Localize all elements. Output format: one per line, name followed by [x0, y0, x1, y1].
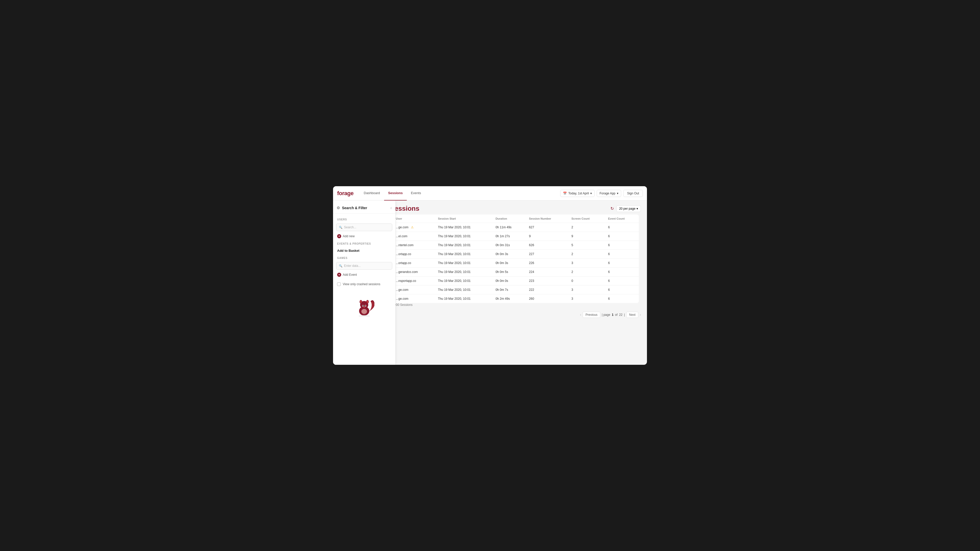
svg-point-12 [359, 315, 370, 317]
table-row[interactable]: ...ge.com Thu 19 Mar 2020, 10:01 0h 2m 4… [392, 294, 639, 303]
table-row[interactable]: ...el.com Thu 19 Mar 2020, 10:01 0h 1m 2… [392, 232, 639, 241]
user-cell: ...gerandco.com [392, 268, 434, 276]
event-count-cell: 6 [605, 294, 639, 303]
screen-count-cell: 3 [568, 286, 605, 294]
session-number-cell: 626 [525, 241, 568, 250]
table-row[interactable]: ...ge.com Thu 19 Mar 2020, 10:01 0h 0m 7… [392, 286, 639, 294]
duration-cell: 0h 11m 49s [492, 223, 525, 232]
users-section-label: USERS [333, 216, 395, 222]
event-count-cell: 6 [605, 232, 639, 241]
chevron-left-icon: ‹ [580, 313, 581, 317]
session-number-cell: 223 [525, 276, 568, 286]
svg-point-11 [361, 309, 367, 314]
screen-count-cell: 2 [568, 268, 605, 276]
table-row[interactable]: ...ortapp.co Thu 19 Mar 2020, 10:01 0h 0… [392, 259, 639, 268]
per-page-label: 20 per page [619, 207, 635, 210]
add-new-label: Add new [343, 234, 355, 238]
chevron-down-icon: ▾ [636, 207, 638, 210]
session-number-cell: 226 [525, 259, 568, 268]
table-row[interactable]: ...nsportapp.co Thu 19 Mar 2020, 10:01 0… [392, 276, 639, 286]
current-page: 1 [612, 313, 614, 317]
app-name-label: Forage App [600, 192, 615, 195]
previous-button[interactable]: Previous [583, 312, 600, 318]
event-count-cell: 6 [605, 250, 639, 259]
duration-cell: 0h 0m 5s [492, 268, 525, 276]
separator: | [624, 313, 625, 317]
view-crashed-label: View only crashed sessions [343, 283, 380, 286]
duration-cell: 0h 0m 7s [492, 286, 525, 294]
filter-icon: ⚙ [337, 206, 340, 210]
games-search-box[interactable]: 🔍 Enter data... [336, 262, 392, 270]
session-start-cell: Thu 19 Mar 2020, 10:01 [434, 232, 492, 241]
table-wrapper: User Session Start Duration Session Numb… [384, 214, 647, 303]
user-cell: ...el.com [392, 232, 434, 241]
duration-cell: 0h 0m 3s [492, 259, 525, 268]
event-count-cell: 6 [605, 268, 639, 276]
nav-link-events[interactable]: Events [407, 186, 425, 200]
col-event-count: Event Count [605, 214, 639, 223]
nav-link-sessions[interactable]: Sessions [384, 186, 407, 200]
user-cell: ...ge.com [392, 286, 434, 294]
squirrel-area [333, 289, 395, 317]
duration-cell: 0h 2m 49s [492, 294, 525, 303]
add-event-button[interactable]: + Add Event [333, 271, 395, 279]
date-label: Today, 1st April [568, 192, 589, 195]
date-picker[interactable]: 📅 Today, 1st April ▾ [560, 190, 595, 197]
event-item: Add to Basket [333, 247, 395, 254]
event-count-cell: 6 [605, 223, 639, 232]
total-pages: 22 [619, 313, 622, 317]
refresh-button[interactable]: ↻ [611, 206, 614, 211]
content-header: Sessions ↻ 20 per page ▾ [384, 200, 647, 214]
table-header: User Session Start Duration Session Numb… [392, 214, 639, 223]
table-row[interactable]: ...ortapp.co Thu 19 Mar 2020, 10:01 0h 0… [392, 250, 639, 259]
event-count-cell: 6 [605, 259, 639, 268]
view-crashed-checkbox[interactable] [337, 283, 341, 286]
col-screen-count: Screen Count [568, 214, 605, 223]
col-duration: Duration [492, 214, 525, 223]
duration-cell: 0h 1m 27s [492, 232, 525, 241]
sign-out-button[interactable]: Sign Out [623, 190, 643, 197]
table-row[interactable]: ...ntertel.com Thu 19 Mar 2020, 10:01 0h… [392, 241, 639, 250]
view-crashed-checkbox-row[interactable]: View only crashed sessions [333, 280, 395, 289]
users-search-box[interactable]: 🔍 Search... [336, 224, 392, 231]
filter-panel-close-button[interactable]: ‹ [390, 206, 392, 210]
events-properties-section-label: EVENTS & PROPERTIES [333, 240, 395, 247]
table-row[interactable]: ...gerandco.com Thu 19 Mar 2020, 10:01 0… [392, 268, 639, 276]
app-selector[interactable]: Forage App ▾ [597, 190, 621, 197]
screen-count-cell: 2 [568, 223, 605, 232]
duration-cell: 0h 0m 31s [492, 241, 525, 250]
table-body: ...ge.com ⚠ Thu 19 Mar 2020, 10:01 0h 11… [392, 223, 639, 303]
page-label: | page [602, 313, 610, 317]
col-session-start: Session Start [434, 214, 492, 223]
per-page-selector[interactable]: 20 per page ▾ [616, 205, 641, 212]
pagination: ‹ Previous | page 1 of 22 | Next › [384, 309, 647, 321]
session-start-cell: Thu 19 Mar 2020, 10:01 [434, 223, 492, 232]
search-icon: 🔍 [339, 264, 342, 268]
add-event-label: Add Event [343, 273, 357, 276]
table-row[interactable]: ...ge.com ⚠ Thu 19 Mar 2020, 10:01 0h 11… [392, 223, 639, 232]
duration-cell: 0h 0m 3s [492, 250, 525, 259]
nav-right: 📅 Today, 1st April ▾ Forage App ▾ Sign O… [560, 190, 643, 197]
sidebar: ⚙ Search & Filter ‹ USERS 🔍 Search... + … [333, 200, 384, 365]
filter-panel: ⚙ Search & Filter ‹ USERS 🔍 Search... + … [333, 200, 396, 365]
screen-count-cell: 2 [568, 250, 605, 259]
chevron-down-icon: ▾ [617, 192, 618, 195]
chevron-down-icon: ▾ [590, 192, 592, 195]
session-number-cell: 260 [525, 294, 568, 303]
session-start-cell: Thu 19 Mar 2020, 10:01 [434, 250, 492, 259]
user-cell: ...ortapp.co [392, 250, 434, 259]
session-start-cell: Thu 19 Mar 2020, 10:01 [434, 276, 492, 286]
filter-panel-title: Search & Filter [342, 206, 390, 210]
session-start-cell: Thu 19 Mar 2020, 10:01 [434, 241, 492, 250]
screen-count-cell: 3 [568, 294, 605, 303]
calendar-icon: 📅 [563, 192, 567, 195]
nav-link-dashboard[interactable]: Dashboard [360, 186, 384, 200]
squirrel-mascot [354, 294, 374, 317]
of-label: of [615, 313, 617, 317]
add-new-button[interactable]: + Add new [333, 232, 395, 240]
next-button[interactable]: Next [626, 312, 638, 318]
main-area: ⚙ Search & Filter ‹ USERS 🔍 Search... + … [333, 200, 647, 365]
session-number-cell: 9 [525, 232, 568, 241]
session-start-cell: Thu 19 Mar 2020, 10:01 [434, 294, 492, 303]
screen-count-cell: 5 [568, 241, 605, 250]
